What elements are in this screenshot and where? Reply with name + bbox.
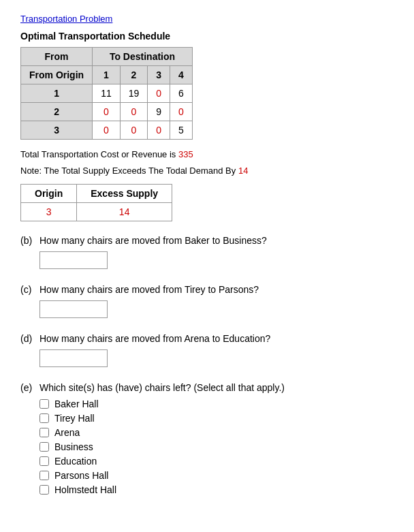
question-b-letter: (b) xyxy=(20,235,39,246)
checkbox-parsons-hall-input[interactable] xyxy=(39,471,49,480)
checkbox-baker-hall[interactable]: Baker Hall xyxy=(39,398,394,409)
checkbox-arena[interactable]: Arena xyxy=(39,427,394,438)
checkbox-business-input[interactable] xyxy=(39,442,49,452)
header-to-destination: To Destination xyxy=(93,48,193,66)
question-d-label: (d) How many chairs are moved from Arena… xyxy=(20,333,394,344)
cell-3-2: 0 xyxy=(120,121,148,140)
question-c-input[interactable] xyxy=(39,300,108,318)
checkbox-tirey-hall-input[interactable] xyxy=(39,413,49,423)
checkbox-parsons-hall[interactable]: Parsons Hall xyxy=(39,470,394,481)
checkbox-education[interactable]: Education xyxy=(39,456,394,467)
question-c-text: How many chairs are moved from Tirey to … xyxy=(39,284,394,295)
checkbox-education-label: Education xyxy=(54,456,97,467)
checkbox-holmstedt-hall[interactable]: Holmstedt Hall xyxy=(39,484,394,495)
checkbox-baker-hall-label: Baker Hall xyxy=(54,398,99,409)
cell-3-1: 0 xyxy=(93,121,121,140)
origin-2: 2 xyxy=(21,103,93,121)
excess-header-origin: Origin xyxy=(21,185,77,203)
table-title: Optimal Transportation Schedule xyxy=(20,31,394,42)
checkbox-baker-hall-input[interactable] xyxy=(39,399,49,409)
checkbox-arena-input[interactable] xyxy=(39,428,49,437)
excess-header-supply: Excess Supply xyxy=(77,185,172,203)
cost-value: 335 xyxy=(178,149,193,159)
cost-prefix: Total Transportation Cost or Revenue is xyxy=(20,149,178,159)
dest-1: 1 xyxy=(93,66,121,84)
excess-supply-val: 14 xyxy=(77,203,172,221)
checkbox-holmstedt-hall-label: Holmstedt Hall xyxy=(54,484,116,495)
excess-supply-table: Origin Excess Supply 3 14 xyxy=(20,184,172,221)
question-d-section: (d) How many chairs are moved from Arena… xyxy=(20,333,394,367)
question-c-letter: (c) xyxy=(20,284,39,295)
sub-from-origin: From Origin xyxy=(21,66,93,84)
question-b-text: How many chairs are moved from Baker to … xyxy=(39,235,394,246)
cell-3-3: 0 xyxy=(148,121,170,140)
checkbox-parsons-hall-label: Parsons Hall xyxy=(54,470,108,481)
question-d-input[interactable] xyxy=(39,349,108,367)
transport-table: From To Destination From Origin 1 2 3 4 … xyxy=(20,47,193,140)
cell-1-4: 6 xyxy=(170,84,193,103)
cell-2-4: 0 xyxy=(170,103,193,121)
cell-1-1: 11 xyxy=(93,84,121,103)
section-title-link[interactable]: Transportation Problem xyxy=(20,14,394,24)
question-e-text: Which site(s) has (have) chairs left? (S… xyxy=(39,382,394,393)
question-b-section: (b) How many chairs are moved from Baker… xyxy=(20,235,394,269)
question-b-label: (b) How many chairs are moved from Baker… xyxy=(20,235,394,246)
checkbox-tirey-hall-label: Tirey Hall xyxy=(54,413,95,424)
checkbox-list: Baker Hall Tirey Hall Arena Business Edu… xyxy=(39,398,394,495)
cell-3-4: 5 xyxy=(170,121,193,140)
cell-2-3: 9 xyxy=(148,103,170,121)
checkbox-business[interactable]: Business xyxy=(39,441,394,452)
demand-diff: 14 xyxy=(238,166,248,176)
cell-1-2: 19 xyxy=(120,84,148,103)
question-e-label: (e) Which site(s) has (have) chairs left… xyxy=(20,382,394,393)
checkbox-arena-label: Arena xyxy=(54,427,80,438)
excess-origin-val: 3 xyxy=(21,203,77,221)
cost-note-text: Note: The Total Supply Exceeds The Todal… xyxy=(20,166,238,176)
cell-2-2: 0 xyxy=(120,103,148,121)
cell-1-3: 0 xyxy=(148,84,170,103)
checkbox-business-label: Business xyxy=(54,441,93,452)
header-from: From xyxy=(21,48,93,66)
dest-3: 3 xyxy=(148,66,170,84)
cost-line2: Note: The Total Supply Exceeds The Todal… xyxy=(20,164,394,178)
origin-1: 1 xyxy=(21,84,93,103)
question-d-text: How many chairs are moved from Arena to … xyxy=(39,333,394,344)
cost-line1: Total Transportation Cost or Revenue is … xyxy=(20,148,394,161)
dest-2: 2 xyxy=(120,66,148,84)
question-e-letter: (e) xyxy=(20,382,39,393)
dest-4: 4 xyxy=(170,66,193,84)
cell-2-1: 0 xyxy=(93,103,121,121)
question-c-section: (c) How many chairs are moved from Tirey… xyxy=(20,284,394,318)
question-c-label: (c) How many chairs are moved from Tirey… xyxy=(20,284,394,295)
checkbox-education-input[interactable] xyxy=(39,456,49,466)
checkbox-tirey-hall[interactable]: Tirey Hall xyxy=(39,413,394,424)
question-e-section: (e) Which site(s) has (have) chairs left… xyxy=(20,382,394,495)
origin-3: 3 xyxy=(21,121,93,140)
question-b-input[interactable] xyxy=(39,251,108,269)
question-d-letter: (d) xyxy=(20,333,39,344)
checkbox-holmstedt-hall-input[interactable] xyxy=(39,485,49,495)
